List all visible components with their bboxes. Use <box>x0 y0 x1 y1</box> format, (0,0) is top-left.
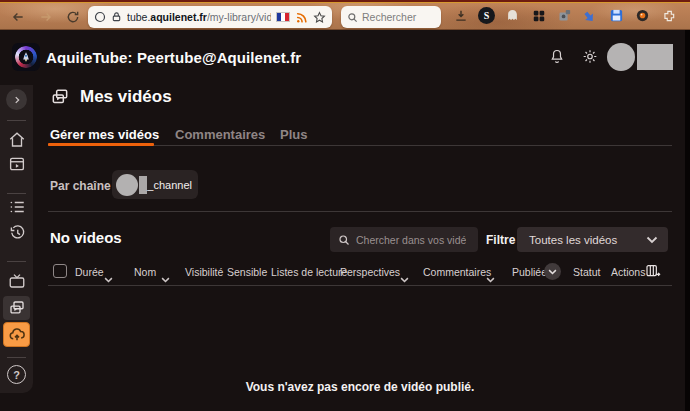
column-views[interactable]: Perspectives <box>340 266 400 278</box>
peertube-page: AquileTube: Peertube@Aquilenet.fr <box>0 30 690 411</box>
sidebar-divider <box>7 261 26 262</box>
sidebar: ? <box>0 85 33 393</box>
tracking-protection-icon[interactable] <box>94 11 106 23</box>
active-sort-button[interactable] <box>544 263 561 280</box>
page-title-row: Mes vidéos <box>50 87 172 107</box>
filter-dropdown[interactable]: Toutes les vidéos <box>517 227 668 252</box>
forward-button[interactable] <box>37 8 55 26</box>
videos-search[interactable] <box>330 227 478 252</box>
tab-more[interactable]: Plus <box>280 127 307 142</box>
column-status[interactable]: Statut <box>573 266 600 278</box>
reload-button[interactable] <box>64 8 82 26</box>
filter-label: Filtre <box>486 233 515 247</box>
by-channel-label: Par chaîne : <box>50 179 118 193</box>
column-actions[interactable]: Actions <box>611 266 645 278</box>
table-header-divider <box>48 285 672 286</box>
video-library-icon <box>8 299 26 317</box>
instance-title[interactable]: AquileTube: Peertube@Aquilenet.fr <box>46 49 301 66</box>
ghost-extension-icon[interactable] <box>504 7 521 24</box>
cloud-upload-icon <box>8 326 26 344</box>
chevron-down-icon <box>646 236 658 244</box>
lock-icon <box>111 11 122 23</box>
avatar[interactable] <box>607 43 635 71</box>
shutter-extension-icon[interactable]: S <box>478 7 495 24</box>
eagle-icon <box>22 52 30 62</box>
reload-icon <box>66 10 80 24</box>
question-mark-icon: ? <box>13 369 20 381</box>
back-arrow-icon <box>11 10 25 24</box>
channel-suffix: _channel <box>147 179 192 191</box>
column-comments[interactable]: Commentaires <box>423 266 491 278</box>
videos-search-input[interactable] <box>356 234 466 246</box>
column-settings-icon[interactable] <box>645 263 661 283</box>
chevron-down-icon <box>548 269 557 275</box>
username-redacted[interactable] <box>637 44 673 70</box>
column-published[interactable]: Publiée <box>512 266 547 278</box>
tv-icon <box>8 272 26 290</box>
sidebar-divider <box>7 357 26 358</box>
browser-search-input[interactable] <box>362 11 432 23</box>
channel-avatar <box>116 174 138 196</box>
column-visibility[interactable]: Visibilité <box>185 266 223 278</box>
video-tray-icon <box>8 155 26 173</box>
tab-comments[interactable]: Commentaires <box>175 127 265 142</box>
active-tab-indicator <box>48 143 154 146</box>
sidebar-item-help[interactable]: ? <box>7 365 26 384</box>
sidebar-divider <box>7 120 26 121</box>
column-duration[interactable]: Durée <box>75 266 104 278</box>
sidebar-item-channels[interactable] <box>0 272 33 290</box>
browser-search[interactable] <box>341 6 441 28</box>
french-flag-icon[interactable] <box>276 12 290 22</box>
select-all-checkbox[interactable] <box>53 264 67 278</box>
grid-extension-icon[interactable] <box>530 7 547 24</box>
filter-value: Toutes les vidéos <box>529 234 617 246</box>
rss-icon[interactable] <box>295 11 308 24</box>
column-sensitive[interactable]: Sensible <box>227 266 267 278</box>
sidebar-item-upload[interactable] <box>3 322 30 347</box>
tab-manage-videos[interactable]: Gérer mes vidéos <box>50 127 159 142</box>
url-text[interactable]: tube.aquilenet.fr/my-library/videos <box>127 11 271 23</box>
save-floppy-icon[interactable] <box>608 7 625 24</box>
window-edge <box>685 30 690 411</box>
addon-outline-icon[interactable] <box>660 7 677 24</box>
empty-state-message: Vous n'avez pas encore de vidéo publié. <box>48 380 672 394</box>
instance-logo[interactable] <box>12 43 40 71</box>
lens-camera-icon[interactable] <box>634 7 651 24</box>
download-icon[interactable] <box>452 7 469 24</box>
notification-bell-icon[interactable] <box>549 48 565 69</box>
hamburger-menu-icon[interactable] <box>686 7 690 24</box>
search-icon <box>338 234 350 246</box>
my-videos-icon <box>50 87 70 107</box>
page-title: Mes vidéos <box>80 87 172 107</box>
bookmark-star-icon[interactable] <box>313 11 326 24</box>
section-divider <box>48 211 672 212</box>
sidebar-item-my-videos[interactable] <box>3 296 30 320</box>
back-button[interactable] <box>9 8 27 26</box>
sidebar-divider <box>7 193 26 194</box>
channel-selector[interactable]: _channel <box>112 170 198 199</box>
sidebar-expand-button[interactable] <box>6 89 27 110</box>
column-playlists[interactable]: Listes de lecture <box>271 266 347 278</box>
settings-gear-icon[interactable] <box>582 48 598 69</box>
sidebar-item-home[interactable] <box>0 131 33 149</box>
home-icon <box>8 131 26 149</box>
sidebar-item-history[interactable] <box>0 223 33 241</box>
videos-count-heading: No videos <box>50 229 122 246</box>
chevron-right-icon <box>12 95 22 105</box>
playlist-icon <box>8 198 26 216</box>
browser-toolbar: tube.aquilenet.fr/my-library/videos S <box>0 0 690 30</box>
url-bar[interactable]: tube.aquilenet.fr/my-library/videos <box>88 6 332 28</box>
forward-arrow-icon <box>39 10 53 24</box>
extension-toolbar: S <box>452 7 690 24</box>
search-icon <box>347 12 358 23</box>
sidebar-item-playlists[interactable] <box>0 198 33 216</box>
column-name[interactable]: Nom <box>134 266 156 278</box>
screenshot-extension-icon[interactable] <box>556 7 573 24</box>
sidebar-item-browse-videos[interactable] <box>0 155 33 173</box>
history-clock-icon <box>8 223 26 241</box>
downloadhelper-icon[interactable] <box>582 7 599 24</box>
